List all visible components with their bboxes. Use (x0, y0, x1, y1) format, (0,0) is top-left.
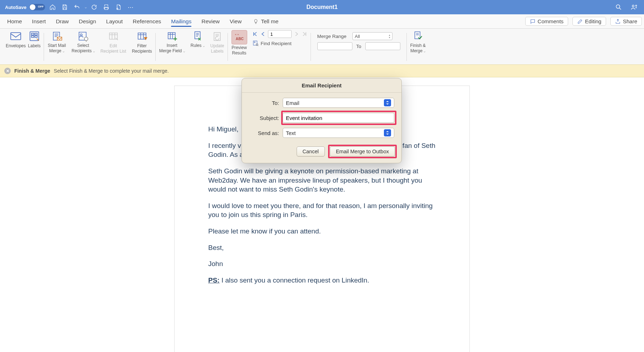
last-record-icon[interactable] (302, 31, 307, 37)
svg-text:« »: « » (235, 33, 239, 36)
svg-rect-22 (253, 41, 257, 45)
titlebar-right-cluster (614, 3, 639, 12)
dialog-to-select[interactable]: Email (283, 98, 394, 108)
svg-rect-9 (35, 36, 37, 38)
svg-rect-8 (31, 36, 34, 38)
labels-icon (28, 30, 40, 42)
next-record-icon[interactable] (294, 31, 299, 37)
mail-merge-icon (51, 30, 63, 42)
insert-merge-field-button[interactable]: Insert Merge Field ⌵ (159, 30, 185, 53)
dialog-subject-input[interactable] (283, 113, 394, 123)
ribbon-mailings: Envelopes Labels Start Mail Merge ⌵ Sele… (0, 29, 644, 64)
merge-range-select[interactable]: All (352, 32, 392, 40)
svg-point-14 (84, 37, 88, 41)
svg-point-3 (635, 5, 636, 6)
refresh-icon[interactable] (89, 3, 99, 12)
edit-recipient-list-button: Edit Recipient List (101, 30, 126, 53)
chevron-down-icon: ⌵ (92, 49, 95, 53)
tab-references[interactable]: References (128, 14, 166, 29)
tab-bar: Home Insert Draw Design Layout Reference… (0, 14, 644, 29)
chevron-down-icon: ⌵ (202, 44, 205, 48)
editing-button[interactable]: Editing (572, 17, 606, 26)
title-bar: AutoSave OFF ⌵ ⋯ Document1 (0, 0, 644, 14)
info-bar-title: Finish & Merge (14, 68, 50, 74)
svg-point-13 (80, 34, 83, 36)
dialog-to-value: Email (286, 100, 299, 106)
tell-me[interactable]: Tell me (253, 18, 278, 25)
recipients-icon (77, 30, 89, 42)
search-icon[interactable] (614, 3, 623, 12)
finish-merge-button[interactable]: Finish & Merge ⌵ (410, 30, 426, 53)
info-bar: ✕ Finish & Merge Select Finish & Merge t… (0, 64, 644, 77)
merge-range-value: All (355, 34, 360, 39)
update-labels-button: Update Labels (210, 30, 224, 53)
tab-review[interactable]: Review (196, 14, 225, 29)
find-recipient-button[interactable]: Find Recipient (252, 40, 292, 47)
share-people-icon[interactable] (630, 3, 639, 12)
merge-range-label: Merge Range (317, 34, 350, 39)
tab-view[interactable]: View (225, 14, 247, 29)
spinner-up-icon[interactable]: ▴ (389, 34, 390, 36)
comments-button[interactable]: Comments (525, 17, 569, 26)
envelopes-button[interactable]: Envelopes (6, 30, 26, 48)
svg-point-2 (632, 5, 634, 7)
more-icon[interactable]: ⋯ (126, 3, 135, 12)
save-icon[interactable] (60, 3, 69, 12)
svg-rect-17 (168, 33, 175, 39)
prev-record-icon[interactable] (260, 31, 266, 37)
select-recipients-button[interactable]: Select Recipients ⌵ (72, 30, 95, 53)
dialog-title: Email Recipient (242, 78, 401, 93)
comment-icon (530, 19, 536, 24)
editing-label: Editing (585, 18, 601, 24)
lightbulb-icon (253, 19, 259, 24)
dialog-sendas-label: Send as: (249, 130, 279, 136)
undo-dropdown-icon[interactable]: ⌵ (85, 5, 87, 9)
merge-from-input[interactable] (317, 42, 352, 50)
rules-icon (191, 30, 204, 42)
ps-text: I also sent you a connection request on … (220, 276, 369, 284)
template-icon[interactable] (114, 3, 123, 12)
svg-point-23 (254, 42, 255, 43)
dialog-sendas-value: Text (286, 130, 296, 136)
doc-paragraph: I would love to meet you there, and for … (208, 201, 436, 220)
tab-layout[interactable]: Layout (101, 14, 128, 29)
close-info-icon[interactable]: ✕ (4, 68, 11, 74)
envelope-icon (10, 30, 22, 42)
pencil-icon (577, 19, 583, 24)
preview-results-button[interactable]: « »ABC Preview Results (231, 30, 247, 55)
select-arrow-icon (384, 129, 391, 136)
doc-name: John (208, 259, 436, 269)
select-arrow-icon (384, 99, 391, 106)
doc-signoff: Best, (208, 243, 436, 252)
record-number-input[interactable] (268, 30, 292, 38)
autosave-toggle[interactable]: OFF (29, 4, 45, 10)
dialog-confirm-button[interactable]: Email Merge to Outbox (330, 146, 395, 156)
share-button[interactable]: Share (610, 17, 642, 26)
home-icon[interactable] (48, 3, 57, 12)
rules-button[interactable]: Rules ⌵ (191, 30, 205, 53)
svg-rect-25 (415, 32, 420, 39)
labels-button[interactable]: Labels (28, 30, 40, 48)
chevron-down-icon: ⌵ (423, 49, 426, 53)
first-record-icon[interactable] (252, 31, 258, 37)
svg-rect-6 (31, 33, 34, 35)
filter-recipients-button[interactable]: Filter Recipients (132, 30, 152, 53)
spinner-down-icon[interactable]: ▾ (389, 36, 390, 39)
dialog-sendas-select[interactable]: Text (283, 128, 394, 138)
svg-rect-4 (11, 33, 21, 40)
tab-draw[interactable]: Draw (51, 14, 74, 29)
undo-icon[interactable] (72, 3, 82, 12)
tab-design[interactable]: Design (74, 14, 101, 29)
svg-text:ABC: ABC (235, 37, 244, 41)
start-mail-merge-button[interactable]: Start Mail Merge ⌵ (48, 30, 66, 53)
tab-mailings[interactable]: Mailings (166, 14, 196, 29)
to-label: To (355, 44, 362, 49)
share-label: Share (623, 18, 637, 24)
dialog-cancel-button[interactable]: Cancel (297, 146, 325, 156)
merge-to-input[interactable] (365, 42, 400, 50)
tab-home[interactable]: Home (2, 14, 27, 29)
print-icon[interactable] (102, 3, 111, 12)
find-recipient-label: Find Recipient (261, 41, 292, 46)
tab-insert[interactable]: Insert (27, 14, 51, 29)
filter-icon (136, 30, 148, 43)
